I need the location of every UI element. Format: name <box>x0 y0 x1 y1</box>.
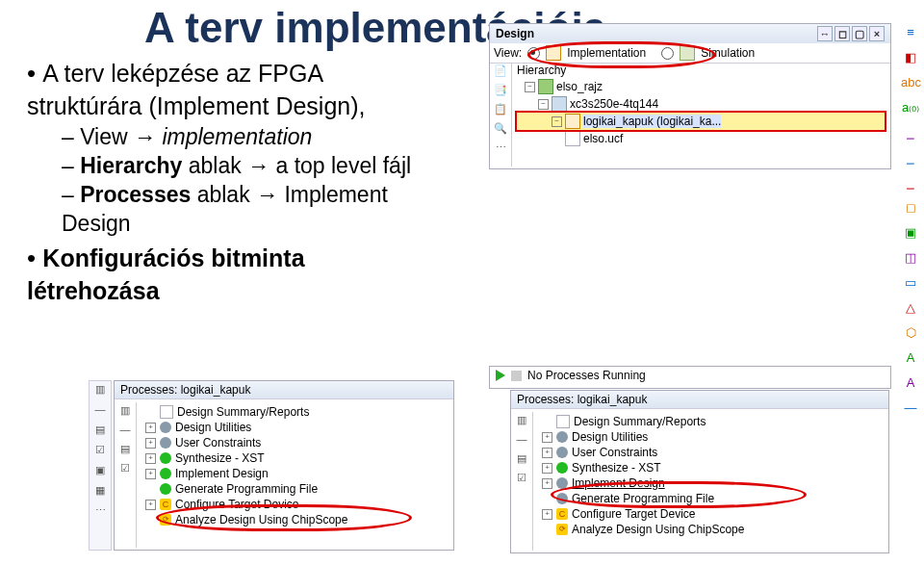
icon-4[interactable]: 🔍 <box>493 120 508 136</box>
process-row[interactable]: Configure Target Device <box>536 506 885 522</box>
restore-icon[interactable]: ◻ <box>834 26 850 41</box>
toolbar-icon[interactable]: ◫ <box>901 248 920 268</box>
process-row[interactable]: Design Utilities <box>536 429 885 445</box>
process-row[interactable]: Design Utilities <box>140 420 449 435</box>
no-processes-panel: No Processes Running <box>489 366 891 389</box>
process-row[interactable]: Generate Programming File <box>140 481 449 497</box>
tree-toggle-icon[interactable] <box>542 478 552 489</box>
tb-icon[interactable]: ☑ <box>92 442 108 457</box>
toolbar-icon[interactable]: ⎯ <box>901 173 920 193</box>
tb-icon[interactable]: ⋯ <box>92 502 108 518</box>
process-row[interactable]: Analyze Design Using ChipScope <box>140 512 449 527</box>
bullet-2b: Hierarchy ablak → a top level fájl <box>62 152 431 181</box>
process-row[interactable]: Design Summary/Reports <box>536 414 885 429</box>
simulation-label[interactable]: Simulation <box>701 46 755 60</box>
process-row[interactable]: User Constraints <box>140 435 449 450</box>
tree-toggle-icon[interactable] <box>525 82 535 92</box>
module-icon <box>565 114 580 129</box>
toolbar-icon[interactable]: A <box>901 373 920 393</box>
tb-icon[interactable]: ☑ <box>117 460 133 475</box>
toolbar-icon[interactable]: ≡ <box>901 23 920 42</box>
process-label: Design Utilities <box>572 430 648 444</box>
toolbar-icon[interactable]: ▣ <box>901 223 920 243</box>
close-icon[interactable]: × <box>869 26 885 41</box>
process-row[interactable]: User Constraints <box>536 445 885 460</box>
process-row[interactable]: Synthesize - XST <box>140 450 449 466</box>
icon-5[interactable]: ⋯ <box>493 140 508 155</box>
bullet-1: A terv leképzése az FPGA struktúrára (Im… <box>27 58 431 121</box>
radio-implementation[interactable] <box>527 47 540 60</box>
tb-icon[interactable]: ▥ <box>92 381 108 397</box>
tree-toggle-icon[interactable] <box>145 423 156 433</box>
process-label: Analyze Design Using ChipScope <box>175 513 347 526</box>
toolbar-icon[interactable]: a₍₀₎ <box>901 98 920 117</box>
toolbar-icon[interactable]: ⎯ <box>901 148 920 167</box>
tb-icon[interactable]: — <box>92 401 108 417</box>
icon-3[interactable]: 📋 <box>493 101 508 116</box>
tree-toggle-icon[interactable] <box>538 99 549 110</box>
process-row[interactable]: Design Summary/Reports <box>140 404 449 420</box>
maximize-icon[interactable]: ▢ <box>852 26 867 41</box>
run-icon[interactable] <box>496 370 505 381</box>
tb-icon[interactable]: ▣ <box>92 462 108 477</box>
tb-icon[interactable]: ▦ <box>92 482 108 498</box>
tb-icon[interactable]: — <box>514 431 529 447</box>
tree-toggle-icon[interactable] <box>542 432 552 443</box>
process-row[interactable]: Implement Design <box>536 475 885 491</box>
tb-icon[interactable]: — <box>117 422 133 437</box>
process-row[interactable]: Implement Design <box>140 466 449 481</box>
implementation-label[interactable]: Implementation <box>567 46 646 60</box>
panel-window-buttons[interactable]: ↔ ◻ ▢ × <box>817 26 885 41</box>
status-icon <box>556 447 568 458</box>
tb-icon[interactable]: ▤ <box>514 450 529 466</box>
processes-panel-left: Processes: logikai_kapuk ▥ — ▤ ☑ Design … <box>114 380 454 551</box>
process-label: Design Summary/Reports <box>574 415 706 428</box>
process-label: Implement Design <box>175 467 269 480</box>
toolbar-icon[interactable]: ◧ <box>901 48 920 67</box>
process-row[interactable]: Configure Target Device <box>140 497 449 512</box>
tree-toggle-icon[interactable] <box>552 116 562 127</box>
tree-toggle-icon[interactable] <box>145 438 156 449</box>
status-icon <box>160 405 173 419</box>
toolbar-icon[interactable]: ▭ <box>901 273 920 293</box>
tree-toggle-icon[interactable] <box>145 453 156 464</box>
tb-icon[interactable]: ▤ <box>117 441 133 456</box>
dock-icon[interactable]: ↔ <box>817 26 833 41</box>
icon-2[interactable]: 📑 <box>493 82 508 97</box>
toolbar-icon[interactable]: ⬡ <box>901 323 920 343</box>
process-row[interactable]: Analyze Design Using ChipScope <box>536 522 885 537</box>
tree-row[interactable]: xc3s250e-4tq144 <box>517 95 885 113</box>
tb-icon[interactable]: ▤ <box>92 422 108 437</box>
process-label: Design Summary/Reports <box>177 405 309 419</box>
tree-row-selected[interactable]: logikai_kapuk (logikai_ka... <box>517 113 885 130</box>
right-toolbar: ≡◧abca₍₀₎⎯⎯⎯◻▣◫▭△⬡AA— <box>899 23 922 418</box>
processes-panel-right: Processes: logikai_kapuk ▥ — ▤ ☑ Design … <box>510 390 889 553</box>
toolbar-icon[interactable]: abc <box>901 73 920 92</box>
status-icon <box>160 437 171 449</box>
tb-icon[interactable]: ▥ <box>514 412 529 427</box>
toolbar-icon[interactable]: △ <box>901 298 920 318</box>
bullet-2c: Processes ablak → Implement Design <box>62 181 431 239</box>
tree-toggle-icon[interactable] <box>145 500 156 510</box>
tb-icon[interactable]: ▥ <box>117 402 133 418</box>
process-row[interactable]: Synthesize - XST <box>536 460 885 475</box>
process-label: Generate Programming File <box>572 492 714 505</box>
design-panel-header: Design ↔ ◻ ▢ × <box>490 24 890 43</box>
tree-row[interactable]: elso_rajz <box>517 78 885 95</box>
tree-toggle-icon[interactable] <box>542 463 552 474</box>
tree-row[interactable]: elso.ucf <box>517 130 885 147</box>
icon-1[interactable]: 📄 <box>493 63 508 78</box>
status-icon <box>160 468 171 479</box>
toolbar-icon[interactable]: ⎯ <box>901 123 920 142</box>
tree-toggle-icon[interactable] <box>145 469 156 479</box>
tree-toggle-icon[interactable] <box>542 448 552 458</box>
process-row[interactable]: Generate Programming File <box>536 491 885 506</box>
tree-toggle-icon[interactable] <box>542 509 552 520</box>
toolbar-icon[interactable]: ◻ <box>901 198 920 218</box>
toolbar-icon[interactable]: A <box>901 348 920 368</box>
tb-icon[interactable]: ☑ <box>514 470 529 485</box>
process-label: Synthesize - XST <box>572 461 661 475</box>
radio-simulation[interactable] <box>661 47 674 60</box>
toolbar-icon[interactable]: — <box>901 398 920 418</box>
processes-title: Processes: logikai_kapuk <box>517 393 647 406</box>
